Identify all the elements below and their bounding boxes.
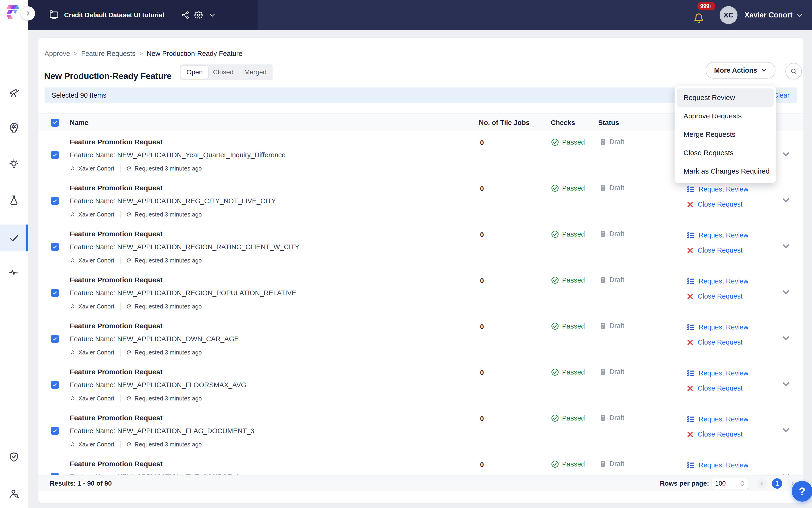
sidebar-item-insights[interactable] — [8, 158, 19, 170]
row-checkbox[interactable] — [51, 381, 59, 389]
row-checkbox[interactable] — [51, 427, 59, 435]
request-title[interactable]: Feature Promotion Request — [70, 138, 163, 146]
settings-button[interactable] — [194, 11, 203, 19]
row-checkbox[interactable] — [51, 335, 59, 343]
gear-icon — [194, 11, 203, 19]
expand-row-button[interactable] — [781, 242, 790, 251]
featurebyte-logo[interactable] — [6, 4, 22, 22]
requester-name: Xavier Conort — [78, 165, 115, 172]
breadcrumb-approve[interactable]: Approve — [45, 50, 70, 57]
notifications-button[interactable]: 999+ — [693, 9, 719, 28]
expand-row-button[interactable] — [781, 288, 790, 297]
more-actions-label: More Actions — [714, 67, 757, 74]
request-review-action[interactable]: Request Review — [686, 231, 748, 239]
draft-document-icon — [599, 414, 606, 422]
user-icon — [70, 212, 76, 217]
request-title[interactable]: Feature Promotion Request — [70, 368, 163, 376]
row-checkbox[interactable] — [51, 197, 59, 205]
close-request-action[interactable]: Close Request — [686, 338, 742, 346]
checklist-icon — [686, 461, 695, 469]
menu-item-request-review[interactable]: Request Review — [677, 88, 774, 107]
user-name[interactable]: Xavier Conort — [745, 0, 793, 30]
request-title[interactable]: Feature Promotion Request — [70, 276, 163, 284]
menu-item-merge-requests[interactable]: Merge Requests — [677, 125, 774, 143]
search-button[interactable] — [785, 63, 802, 80]
row-checkbox[interactable] — [51, 243, 59, 251]
check-circle-icon — [551, 368, 559, 376]
user-menu-button[interactable] — [796, 12, 803, 19]
breadcrumb-feature-requests[interactable]: Feature Requests — [81, 50, 136, 57]
project-title[interactable]: Credit Default Dataset UI tutorial — [64, 0, 164, 30]
status-badge: Draft — [610, 460, 624, 468]
request-review-action[interactable]: Request Review — [686, 415, 748, 423]
current-page-button[interactable]: 1 — [772, 478, 782, 489]
breadcrumb-separator: > — [74, 50, 77, 57]
checks-cell: Passed — [551, 368, 585, 376]
tab-merged[interactable]: Merged — [239, 66, 272, 79]
tile-jobs-value: 0 — [480, 369, 484, 377]
meta-divider — [120, 349, 121, 356]
rows-per-page-select[interactable]: 100 — [712, 478, 748, 489]
row-checkbox[interactable] — [51, 289, 59, 297]
refresh-icon — [126, 395, 132, 401]
close-request-action[interactable]: Close Request — [686, 201, 742, 208]
close-request-action[interactable]: Close Request — [686, 247, 742, 254]
request-title[interactable]: Feature Promotion Request — [70, 414, 163, 422]
tab-open[interactable]: Open — [181, 66, 208, 79]
sidebar-item-modeling[interactable] — [8, 122, 19, 133]
request-review-action[interactable]: Request Review — [686, 369, 748, 377]
project-menu-button[interactable] — [208, 11, 217, 19]
sidebar-expand-button[interactable] — [21, 6, 35, 20]
more-actions-button[interactable]: More Actions — [706, 62, 775, 79]
expand-row-button[interactable] — [781, 196, 790, 205]
request-title[interactable]: Feature Promotion Request — [70, 184, 163, 192]
column-header-status[interactable]: Status — [598, 114, 619, 132]
row-checkbox[interactable] — [51, 473, 59, 475]
tab-closed[interactable]: Closed — [208, 66, 239, 79]
request-review-action[interactable]: Request Review — [686, 185, 748, 194]
request-review-link: Request Review — [698, 185, 748, 193]
request-review-action[interactable]: Request Review — [686, 461, 748, 469]
close-request-action[interactable]: Close Request — [686, 292, 742, 300]
share-button[interactable] — [181, 11, 189, 19]
column-header-checks[interactable]: Checks — [551, 114, 575, 132]
x-icon — [686, 201, 694, 208]
previous-page-button[interactable] — [757, 478, 767, 489]
sidebar-item-monitoring[interactable] — [8, 266, 19, 278]
help-button[interactable]: ? — [792, 481, 812, 502]
draft-document-icon — [599, 460, 606, 468]
expand-row-button[interactable] — [781, 472, 790, 475]
check-circle-icon — [551, 276, 559, 285]
draft-document-icon — [599, 368, 606, 376]
menu-item-approve-requests[interactable]: Approve Requests — [677, 107, 774, 125]
user-avatar[interactable]: XC — [720, 6, 737, 24]
sidebar-item-explore[interactable] — [8, 86, 19, 98]
request-title[interactable]: Feature Promotion Request — [70, 460, 163, 468]
table-row: Feature Promotion Request Feature Name: … — [38, 407, 803, 453]
row-checkbox[interactable] — [51, 151, 59, 159]
column-header-name[interactable]: Name — [70, 114, 88, 132]
draft-document-icon — [599, 276, 606, 284]
request-title[interactable]: Feature Promotion Request — [70, 230, 163, 238]
request-meta: Xavier Conort Requested 3 minutes ago — [70, 211, 202, 218]
select-all-checkbox[interactable] — [51, 119, 59, 127]
menu-item-mark-changes-required[interactable]: Mark as Changes Required — [677, 162, 774, 180]
menu-item-close-requests[interactable]: Close Requests — [677, 143, 774, 162]
expand-row-button[interactable] — [781, 380, 790, 389]
request-review-action[interactable]: Request Review — [686, 277, 748, 285]
close-request-action[interactable]: Close Request — [686, 384, 742, 392]
request-review-link: Request Review — [698, 461, 748, 469]
expand-row-button[interactable] — [781, 426, 790, 435]
close-request-action[interactable]: Close Request — [686, 430, 742, 438]
column-header-tile-jobs[interactable]: No. of Tile Jobs — [479, 114, 530, 132]
status-cell: Draft — [599, 138, 624, 146]
request-title[interactable]: Feature Promotion Request — [70, 322, 163, 330]
expand-row-button[interactable] — [781, 334, 790, 343]
expand-row-button[interactable] — [781, 150, 790, 159]
sidebar-item-approve[interactable] — [0, 224, 28, 251]
sidebar-item-experiments[interactable] — [8, 194, 19, 206]
sidebar-item-governance[interactable] — [8, 452, 19, 463]
request-meta: Xavier Conort Requested 3 minutes ago — [70, 349, 202, 356]
request-review-action[interactable]: Request Review — [686, 323, 748, 331]
sidebar-item-user-search[interactable] — [8, 488, 19, 499]
